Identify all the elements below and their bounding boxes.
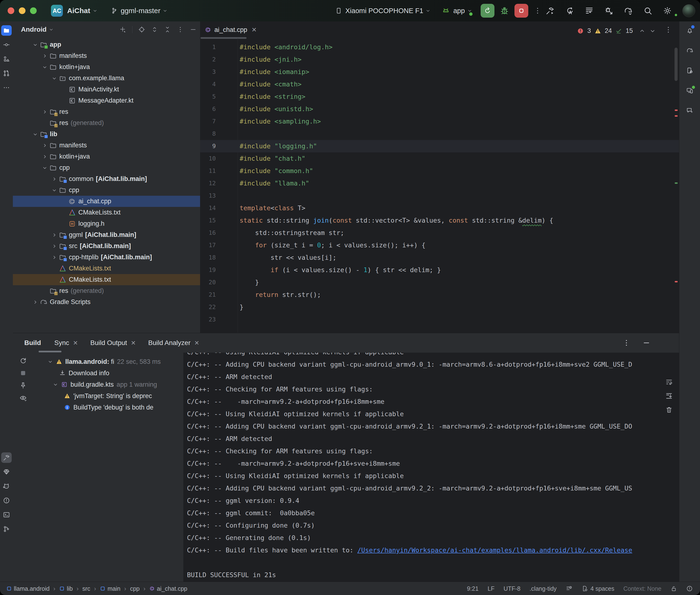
tree-item-res[interactable]: res(generated) [13,117,200,129]
editor-line-17[interactable]: 17 for (size_t i = 0; i < values.size();… [200,239,679,251]
close-icon[interactable]: ✕ [131,340,136,346]
gemini-tool-button[interactable] [684,105,695,116]
event-log-icon[interactable] [686,585,693,592]
tree-item-cpp[interactable]: cpp [13,162,200,173]
tree-item-src[interactable]: src[AiChat.lib.main] [13,240,200,252]
editor-line-18[interactable]: 18 str << values[i]; [200,251,679,264]
tree-item-cpp-httplib[interactable]: cpp-httplib[AiChat.lib.main] [13,252,200,263]
logcat-tool-button[interactable] [1,481,12,491]
soft-wrap-icon[interactable] [665,378,673,386]
device-manager-button[interactable] [684,65,695,76]
settings-button[interactable] [663,6,672,15]
breadcrumb-cpp[interactable]: cpp [130,585,140,592]
editor-line-2[interactable]: 2#include <jni.h> [200,53,679,66]
tree-item-messageadapter-kt[interactable]: MessageAdapter.kt [13,95,200,106]
more-run-options-button[interactable] [533,7,541,15]
clear-console-icon[interactable] [665,406,673,414]
chevron-right-icon[interactable] [42,53,48,59]
chevron-right-icon[interactable] [51,243,57,249]
build-tree-item[interactable]: Download info [33,367,184,379]
pin-icon[interactable] [19,382,27,389]
editor-line-15[interactable]: 15static std::string join(const std::vec… [200,214,679,227]
build-project-button[interactable] [545,6,555,15]
tab-build-analyzer[interactable]: Build Analyzer✕ [148,339,199,347]
breadcrumb-llama-android[interactable]: llama.android [6,585,50,592]
build-console[interactable]: C/C++: -- Using KleidiAI optimized kerne… [184,352,679,582]
gradle-tool-button[interactable] [684,45,695,56]
editor-line-3[interactable]: 3#include <iomanip> [200,66,679,78]
tree-item-app[interactable]: app [13,39,200,50]
tree-item-kotlin-java[interactable]: kotlin+java [13,61,200,73]
tree-item-mainactivity-kt[interactable]: MainActivity.kt [13,84,200,95]
editor-line-1[interactable]: 1#include <android/log.h> [200,41,679,53]
build-options-icon[interactable] [622,339,631,347]
build-tree-item[interactable]: 'jvmTarget: String' is deprec [33,390,184,402]
prev-problem-icon[interactable] [639,27,646,34]
tree-item-logging-h[interactable]: logging.h [13,218,200,229]
chevron-right-icon[interactable] [32,299,38,305]
chevron-down-icon[interactable] [32,131,38,137]
app-quality-insights-button[interactable] [1,467,12,477]
inspections-widget[interactable]: 3 24 15 [577,27,656,34]
device-selector[interactable]: Xiaomi POCOPHONE F1 [335,7,431,15]
tree-item-cmakelists-txt[interactable]: CMakeLists.txt [13,207,200,218]
stop-process-icon[interactable] [19,369,27,377]
debug-button[interactable] [500,6,509,16]
run-configuration-selector[interactable]: app [442,7,472,15]
close-icon[interactable]: ✕ [194,340,199,346]
tree-item-gradle-scripts[interactable]: Gradle Scripts [13,296,200,308]
tab-build-output[interactable]: Build Output✕ [90,339,136,347]
chevron-right-icon[interactable] [51,176,57,182]
build-output-path-link[interactable]: /Users/hanyin/Workspace/ai-chat/examples… [357,546,632,554]
editor-line-7[interactable]: 7#include <sampling.h> [200,115,679,128]
editor-options-icon[interactable] [664,26,672,34]
chevron-down-icon[interactable] [42,165,48,171]
chevron-down-icon[interactable] [52,381,59,388]
line-ending[interactable]: LF [487,585,495,592]
structure-tool-button[interactable] [1,54,12,64]
tree-item-manifests[interactable]: manifests [13,140,200,151]
tree-item-ggml[interactable]: ggml[AiChat.lib.main] [13,229,200,240]
chevron-right-icon[interactable] [51,254,57,260]
commit-tool-button[interactable] [1,39,12,50]
editor-line-4[interactable]: 4#include <cmath> [200,78,679,90]
build-tree-item[interactable]: build.gradle.ktsapp 1 warning [33,379,184,390]
build-tool-button[interactable] [1,452,12,463]
problems-tool-button[interactable] [1,495,12,506]
chevron-right-icon[interactable] [51,232,57,238]
editor-line-16[interactable]: 16 std::ostringstream str; [200,227,679,239]
build-events-tree[interactable]: llama.android: fi22 sec, 583 msDownload … [33,356,184,582]
breadcrumb[interactable]: llama.android›lib›src›main›cpp›ai_chat.c… [0,585,187,592]
scrollbar-thumb[interactable] [674,48,678,81]
editor-line-11[interactable]: 11#include "common.h" [200,165,679,177]
next-problem-icon[interactable] [649,27,656,34]
version-control-tool-button[interactable] [1,524,12,534]
chevron-down-icon[interactable] [42,64,48,70]
user-avatar[interactable] [682,4,695,17]
breadcrumb-lib[interactable]: lib [59,585,73,592]
tree-item-res[interactable]: res [13,106,200,117]
editor-line-10[interactable]: 10#include "chat.h" [200,152,679,165]
close-icon[interactable]: ✕ [73,340,78,346]
caret-position[interactable]: 9:21 [467,585,478,592]
attach-debugger-button[interactable] [604,6,613,15]
unlock-icon[interactable] [670,585,677,592]
project-tool-button[interactable] [1,25,12,36]
editor-line-19[interactable]: 19 if (i < values.size() - 1) { str << d… [200,264,679,276]
chevron-down-icon[interactable] [32,42,38,48]
tab-sync[interactable]: Sync✕ [54,339,78,347]
code-style-config[interactable]: .clang-tidy [529,585,557,592]
editor-line-23[interactable]: 23 [200,313,679,326]
editor-line-22[interactable]: 22} [200,301,679,313]
running-devices-button[interactable] [684,85,695,96]
breadcrumb-main[interactable]: main [100,585,120,592]
chevron-down-icon[interactable] [51,187,57,193]
breadcrumb-src[interactable]: src [82,585,90,592]
tree-item-ai-chat-cpp[interactable]: ai_chat.cpp [13,196,200,207]
locate-file-icon[interactable] [138,26,145,33]
file-encoding[interactable]: UTF-8 [504,585,521,592]
editor-line-6[interactable]: 6#include <unistd.h> [200,103,679,115]
tree-item-manifests[interactable]: manifests [13,50,200,61]
more-options-icon[interactable] [177,26,184,33]
notifications-button[interactable] [684,25,695,36]
